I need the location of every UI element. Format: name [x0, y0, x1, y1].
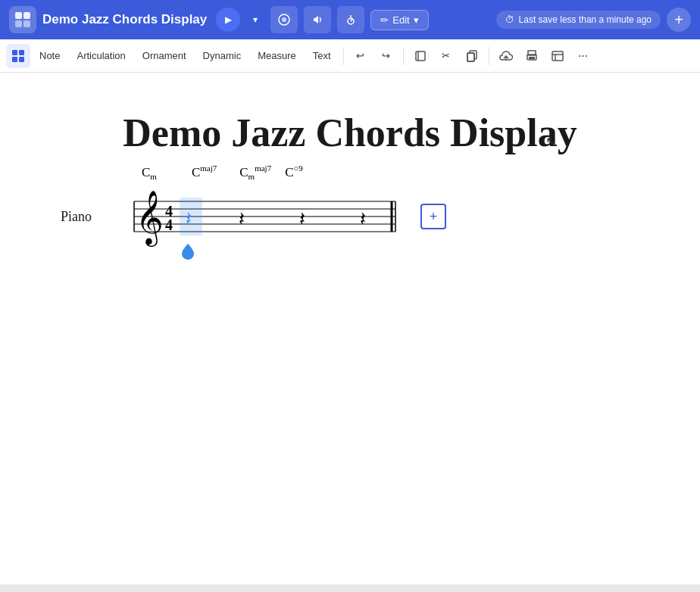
svg-text:𝄽: 𝄽 — [239, 212, 244, 225]
chord-co9: C○9 — [285, 164, 303, 180]
score-title-text: Demo Jazz Chords Display — [123, 111, 577, 154]
svg-rect-0 — [15, 12, 22, 19]
mic-button[interactable] — [270, 6, 298, 33]
chord-cmmaj7: Cmmaj7 — [239, 164, 271, 181]
document-title: Demo Jazz Chords Display — [42, 12, 207, 27]
frame-button[interactable] — [408, 44, 433, 68]
tab-dynamic[interactable]: Dynamic — [195, 46, 249, 65]
svg-rect-11 — [12, 57, 17, 62]
header-bar: Demo Jazz Chords Display ▶ ▾ ✏ Edit ▾ ⏱ … — [0, 0, 700, 39]
undo-button[interactable]: ↩ — [348, 44, 373, 68]
view-button[interactable] — [545, 44, 570, 68]
svg-rect-12 — [19, 57, 24, 62]
save-status-text: Last save less than a minute ago — [519, 14, 652, 25]
svg-rect-22 — [552, 51, 563, 61]
speaker-button[interactable] — [304, 6, 331, 33]
app-logo[interactable] — [9, 6, 36, 33]
svg-text:𝄽: 𝄽 — [300, 212, 305, 225]
svg-text:𝄽: 𝄽 — [361, 212, 365, 225]
play-dropdown-button[interactable]: ▾ — [246, 8, 264, 32]
divider-1 — [343, 47, 344, 65]
toolbar-grid-icon[interactable] — [6, 44, 30, 68]
svg-rect-13 — [416, 51, 425, 61]
edit-dropdown-icon: ▾ — [414, 14, 419, 26]
svg-point-5 — [282, 17, 286, 22]
instrument-label: Piano — [61, 209, 92, 225]
chord-cm: Cm — [142, 165, 157, 181]
redo-button[interactable]: ↪ — [374, 44, 398, 68]
scrollbar[interactable] — [0, 584, 700, 592]
svg-rect-16 — [467, 53, 474, 61]
edit-button[interactable]: ✏ Edit ▾ — [370, 10, 428, 30]
staff-svg[interactable]: 𝄞 4 4 𝄽 𝄽 𝄽 𝄽 — [96, 186, 414, 247]
tuner-button[interactable] — [337, 6, 364, 33]
cloud-button[interactable] — [494, 44, 518, 68]
cursor-arrow: ↖ — [545, 133, 557, 150]
tab-measure[interactable]: Measure — [250, 46, 304, 65]
clock-icon: ⏱ — [505, 14, 514, 25]
svg-rect-2 — [15, 20, 22, 27]
blue-cursor — [182, 244, 194, 263]
copy-button[interactable] — [460, 44, 484, 68]
svg-rect-1 — [23, 12, 30, 19]
svg-text:4: 4 — [165, 217, 173, 233]
svg-text:𝄞: 𝄞 — [136, 191, 164, 247]
divider-3 — [489, 47, 489, 65]
add-measure-button[interactable]: + — [420, 204, 446, 229]
play-button[interactable]: ▶ — [216, 8, 240, 32]
tab-note[interactable]: Note — [32, 46, 67, 65]
score-title: Demo Jazz Chords Display — [0, 111, 700, 155]
divider-2 — [403, 47, 404, 65]
add-button[interactable]: + — [667, 8, 691, 32]
tab-text[interactable]: Text — [305, 46, 339, 65]
svg-rect-36 — [180, 198, 202, 235]
svg-line-8 — [351, 19, 352, 21]
save-status-indicator: ⏱ Last save less than a minute ago — [496, 11, 661, 29]
svg-rect-9 — [12, 50, 17, 55]
staff-container[interactable]: Cm Cmaj7 Cmmaj7 C○9 𝄞 4 — [96, 186, 414, 247]
svg-rect-21 — [529, 57, 535, 59]
toolbar: Note Articulation Ornament Dynamic Measu… — [0, 39, 700, 73]
tab-articulation[interactable]: Articulation — [69, 46, 133, 65]
tab-ornament[interactable]: Ornament — [135, 46, 194, 65]
print-button[interactable] — [520, 44, 544, 68]
more-button[interactable]: ⋯ — [571, 44, 595, 68]
svg-rect-10 — [19, 50, 24, 55]
notation-area: Piano Cm Cmaj7 Cmmaj7 C○9 — [61, 186, 446, 247]
chord-cmaj7: Cmaj7 — [192, 164, 217, 180]
score-canvas: Demo Jazz Chords Display ↖ Piano Cm Cmaj… — [0, 73, 700, 592]
cut-button[interactable]: ✂ — [434, 44, 458, 68]
svg-rect-3 — [23, 20, 30, 27]
edit-label: Edit — [392, 14, 409, 26]
edit-pencil-icon: ✏ — [380, 14, 389, 26]
